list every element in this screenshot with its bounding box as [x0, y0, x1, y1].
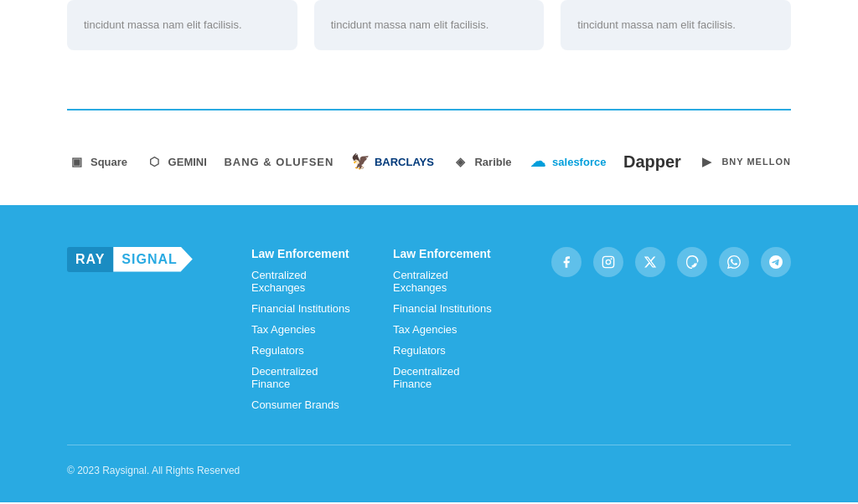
barclays-label: BARCLAYS — [375, 156, 434, 168]
card-3: tincidunt massa nam elit facilisis. — [561, 0, 791, 50]
bnymellon-label: BNY MELLON — [721, 157, 791, 167]
logo-dapper: Dapper — [623, 152, 681, 172]
footer-logo-area: RAY SIGNAL — [67, 247, 201, 411]
threads-icon[interactable] — [677, 247, 707, 277]
footer-link-tax-agencies-2[interactable]: Tax Agencies — [393, 323, 501, 336]
footer-nav-col-2: Law Enforcement Centralized Exchanges Fi… — [393, 247, 501, 411]
footer-link-centralized-exchanges-2[interactable]: Centralized Exchanges — [393, 269, 501, 294]
logo-signal: SIGNAL — [113, 247, 192, 272]
footer-link-law-enforcement-1[interactable]: Law Enforcement — [251, 247, 359, 260]
card-3-text: tincidunt massa nam elit facilisis. — [577, 18, 736, 31]
footer-copyright: © 2023 Raysignal. All Rights Reserved — [67, 465, 240, 476]
logo-ray: RAY — [67, 247, 113, 272]
logo-rarible: ◈ Rarible — [451, 152, 511, 171]
footer-link-defi-2[interactable]: Decentralized Finance — [393, 365, 501, 390]
svg-point-1 — [606, 260, 610, 264]
salesforce-label: salesforce — [552, 156, 606, 168]
logo-bangolufsen: BANG & OLUFSEN — [224, 156, 333, 168]
svg-rect-0 — [602, 256, 613, 267]
footer-top: RAY SIGNAL Law Enforcement Centralized E… — [67, 247, 791, 411]
gemini-label: GEMINI — [168, 156, 207, 168]
footer-link-financial-institutions-2[interactable]: Financial Institutions — [393, 302, 501, 315]
square-icon: ▣ — [67, 152, 85, 171]
footer-link-law-enforcement-2[interactable]: Law Enforcement — [393, 247, 501, 260]
footer-link-centralized-exchanges-1[interactable]: Centralized Exchanges — [251, 269, 359, 294]
footer-nav-col-1: Law Enforcement Centralized Exchanges Fi… — [251, 247, 359, 411]
logo-barclays: 🦅 BARCLAYS — [351, 152, 434, 171]
card-1-text: tincidunt massa nam elit facilisis. — [84, 18, 242, 31]
footer: RAY SIGNAL Law Enforcement Centralized E… — [0, 205, 858, 502]
footer-social — [551, 247, 791, 411]
logos-section: ▣ Square ⬡ GEMINI BANG & OLUFSEN 🦅 BARCL… — [0, 144, 858, 205]
footer-link-consumer-brands[interactable]: Consumer Brands — [251, 399, 359, 411]
cards-row: tincidunt massa nam elit facilisis. tinc… — [67, 0, 791, 50]
bnymellon-icon: ▶ — [698, 152, 716, 171]
telegram-icon[interactable] — [761, 247, 791, 277]
rarible-label: Rarible — [474, 156, 511, 168]
footer-logo: RAY SIGNAL — [67, 247, 201, 272]
logo-bnymellon: ▶ BNY MELLON — [698, 152, 791, 171]
footer-link-regulators-2[interactable]: Regulators — [393, 344, 501, 357]
whatsapp-icon[interactable] — [719, 247, 749, 277]
logo-gemini: ⬡ GEMINI — [145, 152, 207, 171]
footer-link-regulators-1[interactable]: Regulators — [251, 344, 359, 357]
card-1: tincidunt massa nam elit facilisis. — [67, 0, 297, 50]
x-twitter-icon[interactable] — [635, 247, 665, 277]
facebook-icon[interactable] — [551, 247, 581, 277]
rarible-icon: ◈ — [451, 152, 469, 171]
section-divider — [67, 109, 791, 111]
footer-link-defi-1[interactable]: Decentralized Finance — [251, 365, 359, 390]
instagram-icon[interactable] — [593, 247, 623, 277]
gemini-icon: ⬡ — [145, 152, 163, 171]
logo-salesforce: ☁ salesforce — [529, 152, 606, 171]
cards-section: tincidunt massa nam elit facilisis. tinc… — [0, 0, 858, 109]
barclays-icon: 🦅 — [351, 152, 370, 171]
logo-square: ▣ Square — [67, 152, 127, 171]
square-label: Square — [90, 156, 127, 168]
footer-nav: Law Enforcement Centralized Exchanges Fi… — [251, 247, 501, 411]
footer-link-tax-agencies-1[interactable]: Tax Agencies — [251, 323, 359, 336]
bangolufsen-label: BANG & OLUFSEN — [224, 156, 333, 168]
svg-point-2 — [611, 259, 612, 260]
card-2-text: tincidunt massa nam elit facilisis. — [331, 18, 489, 31]
dapper-label: Dapper — [623, 152, 681, 172]
card-2: tincidunt massa nam elit facilisis. — [314, 0, 545, 50]
salesforce-icon: ☁ — [529, 152, 547, 171]
footer-bottom: © 2023 Raysignal. All Rights Reserved — [67, 445, 791, 477]
footer-link-financial-institutions-1[interactable]: Financial Institutions — [251, 302, 359, 315]
